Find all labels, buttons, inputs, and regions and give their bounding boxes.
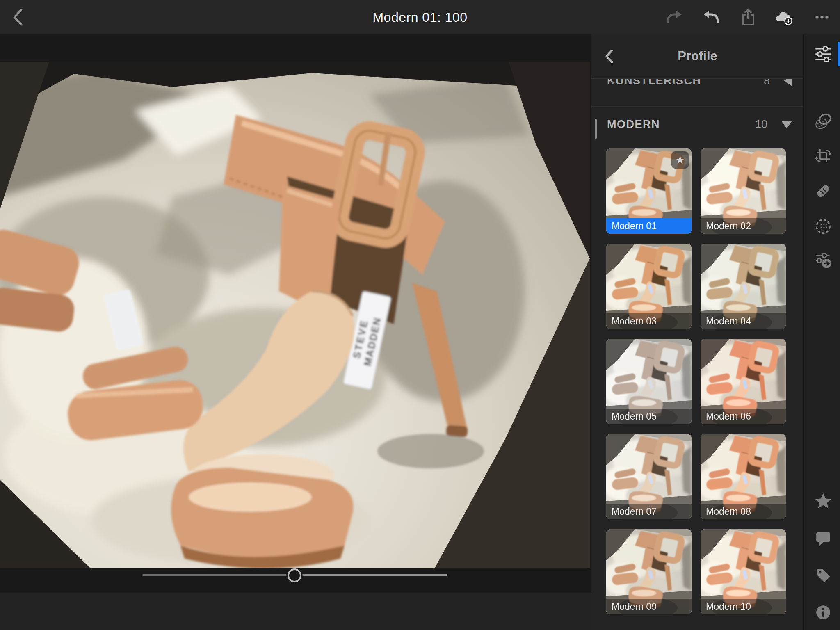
- panel-title: Profile: [591, 34, 803, 78]
- slider-track-right[interactable]: [302, 574, 447, 576]
- thumb-label: Modern 01: [606, 218, 692, 234]
- keyword-tag-icon[interactable]: [814, 566, 832, 584]
- section-label: KÜNSTLERISCH: [607, 79, 764, 87]
- section-count: 8: [764, 79, 770, 87]
- section-label: MODERN: [607, 118, 755, 131]
- profile-thumb-modern-05[interactable]: Modern 05: [606, 339, 692, 424]
- thumb-label: Modern 02: [701, 218, 786, 234]
- profile-thumb-modern-07[interactable]: Modern 07: [606, 434, 692, 519]
- more-options-icon[interactable]: [813, 8, 831, 26]
- profile-thumb-modern-08[interactable]: Modern 08: [701, 434, 786, 519]
- edit-sliders-icon[interactable]: [814, 45, 832, 63]
- profiles-icon[interactable]: [814, 112, 832, 130]
- share-icon[interactable]: [739, 8, 757, 26]
- profile-amount-slider[interactable]: [142, 568, 447, 582]
- bottom-strip: [0, 593, 591, 630]
- redo-icon[interactable]: [664, 8, 682, 26]
- profile-thumbnail-grid: ★ Modern 01 Modern 02 Modern 03 Modern 0…: [606, 148, 787, 614]
- profile-thumb-modern-02[interactable]: Modern 02: [701, 148, 786, 234]
- profile-thumb-modern-06[interactable]: Modern 06: [701, 339, 786, 424]
- profile-thumb-modern-03[interactable]: Modern 03: [606, 244, 692, 329]
- panel-header: Profile: [591, 34, 803, 79]
- undo-icon[interactable]: [703, 8, 721, 26]
- panel-scrollbar[interactable]: [595, 119, 597, 139]
- comments-icon[interactable]: [814, 530, 832, 548]
- thumb-label: Modern 06: [701, 409, 786, 424]
- thumb-label: Modern 04: [701, 313, 786, 329]
- expanded-triangle-icon: [781, 121, 792, 128]
- profile-panel: Profile KÜNSTLERISCH 8 MODERN 10 ★ Moder…: [591, 34, 803, 630]
- thumb-label: Modern 08: [701, 504, 786, 519]
- photo-preview: STEVE MADDEN: [0, 62, 590, 568]
- thumb-label: Modern 09: [606, 599, 692, 614]
- section-kunstlerisch[interactable]: KÜNSTLERISCH 8: [591, 79, 803, 107]
- thumb-label: Modern 10: [701, 599, 786, 614]
- healing-brush-icon[interactable]: [814, 182, 832, 200]
- top-bar: Modern 01: 100: [0, 0, 840, 34]
- profile-thumb-modern-09[interactable]: Modern 09: [606, 529, 692, 614]
- thumb-label: Modern 07: [606, 504, 692, 519]
- slider-track-left[interactable]: [142, 574, 287, 576]
- info-icon[interactable]: [814, 603, 832, 621]
- collapsed-triangle-icon: [784, 79, 792, 86]
- favorite-star-badge[interactable]: ★: [671, 151, 689, 169]
- tool-rail: [803, 34, 840, 630]
- profile-thumb-modern-04[interactable]: Modern 04: [701, 244, 786, 329]
- presets-icon[interactable]: [814, 251, 832, 269]
- rating-star-icon[interactable]: [814, 492, 832, 510]
- crop-rotate-icon[interactable]: [814, 147, 832, 165]
- thumb-label: Modern 03: [606, 313, 692, 329]
- profile-list-scroll[interactable]: KÜNSTLERISCH 8 MODERN 10 ★ Modern 01 Mod…: [591, 79, 803, 630]
- selective-edit-icon[interactable]: [814, 217, 832, 235]
- active-tool-indicator: [838, 42, 840, 66]
- cloud-add-icon[interactable]: [775, 8, 793, 26]
- profile-thumb-modern-01[interactable]: ★ Modern 01: [606, 148, 692, 234]
- thumb-label: Modern 05: [606, 409, 692, 424]
- section-count: 10: [755, 118, 767, 131]
- slider-handle[interactable]: [288, 568, 301, 582]
- section-modern[interactable]: MODERN 10: [591, 107, 803, 142]
- profile-thumb-modern-10[interactable]: Modern 10: [701, 529, 786, 614]
